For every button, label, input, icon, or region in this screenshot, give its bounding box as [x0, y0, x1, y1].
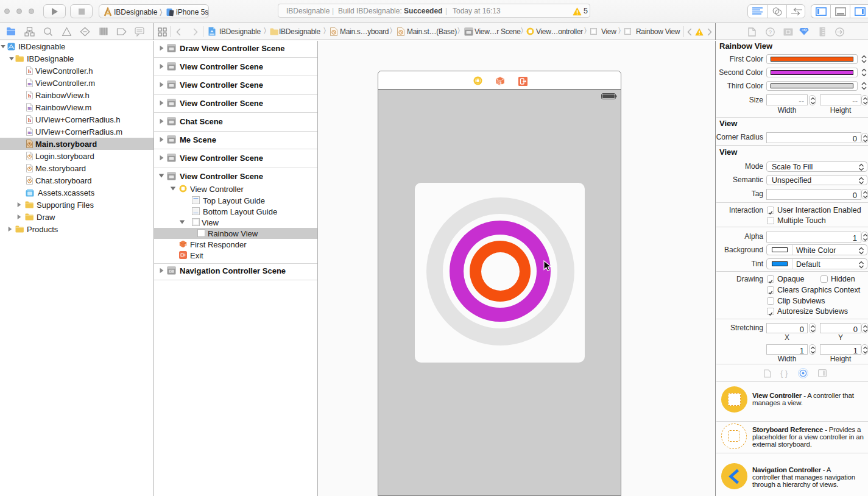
svg-text:1: 1 — [499, 80, 503, 86]
svg-text:m: m — [27, 130, 32, 135]
svg-text:1: 1 — [185, 244, 187, 247]
svg-text:h: h — [28, 117, 31, 123]
svg-text:m: m — [27, 81, 32, 87]
svg-text:?: ? — [769, 29, 772, 35]
svg-text:h: h — [28, 93, 31, 99]
svg-text:h: h — [28, 68, 31, 74]
svg-text:m: m — [27, 105, 32, 111]
